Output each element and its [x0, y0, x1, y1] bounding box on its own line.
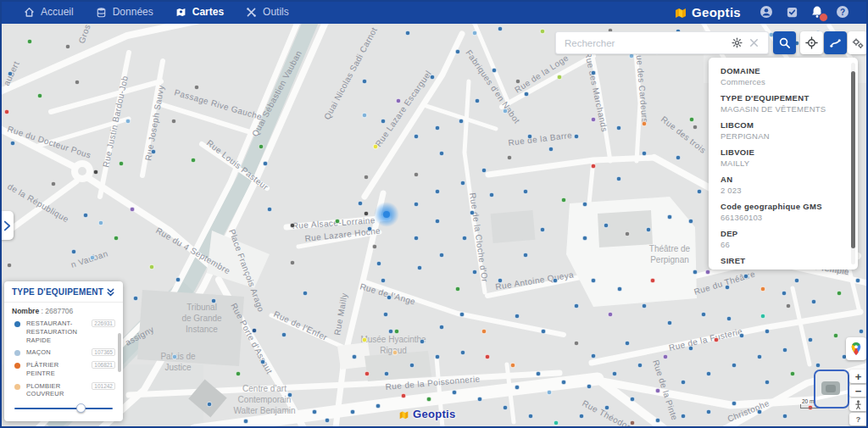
- nav-item-home[interactable]: Accueil: [24, 6, 74, 18]
- map-point[interactable]: [815, 363, 821, 368]
- nav-item-tools[interactable]: Outils: [246, 6, 289, 18]
- map-point[interactable]: [688, 346, 693, 351]
- map-point[interactable]: [376, 261, 381, 266]
- map-point[interactable]: [855, 278, 860, 283]
- map-point[interactable]: [130, 207, 135, 212]
- map-point[interactable]: [171, 119, 176, 124]
- map-point[interactable]: [455, 286, 460, 292]
- zoom-out-button[interactable]: −: [849, 385, 867, 397]
- map-point[interactable]: [701, 312, 706, 317]
- map-point[interactable]: [10, 141, 15, 146]
- map-point[interactable]: [726, 316, 732, 321]
- map-point[interactable]: [612, 371, 617, 376]
- map-point[interactable]: [364, 211, 369, 216]
- map-help-button[interactable]: ?: [849, 413, 867, 425]
- map-point[interactable]: [608, 312, 613, 317]
- map-point[interactable]: [435, 189, 440, 194]
- map-point[interactable]: [352, 354, 357, 359]
- details-scrollbar[interactable]: [851, 63, 855, 264]
- google-maps-button[interactable]: [846, 337, 866, 360]
- map-point[interactable]: [553, 278, 558, 283]
- map-point[interactable]: [528, 414, 533, 419]
- map-point[interactable]: [243, 419, 248, 424]
- map-point[interactable]: [325, 418, 330, 423]
- map-point[interactable]: [629, 53, 634, 58]
- map-point[interactable]: [236, 371, 241, 376]
- map-point[interactable]: [757, 354, 762, 359]
- map-point[interactable]: [475, 98, 480, 103]
- map-point[interactable]: [252, 328, 257, 333]
- overview-minimap[interactable]: [814, 370, 849, 409]
- map-point[interactable]: [561, 380, 566, 385]
- map-point[interactable]: [133, 296, 138, 301]
- search-button[interactable]: [773, 31, 796, 54]
- map-point[interactable]: [515, 314, 520, 319]
- map-point[interactable]: [604, 223, 609, 228]
- map-point[interactable]: [71, 249, 76, 254]
- map-point[interactable]: [625, 231, 630, 236]
- map-point[interactable]: [811, 299, 816, 304]
- map-point[interactable]: [782, 347, 787, 353]
- sidebar-expand-handle[interactable]: [0, 211, 14, 240]
- map-point[interactable]: [267, 207, 272, 212]
- map-point[interactable]: [7, 263, 12, 268]
- map-point[interactable]: [582, 202, 587, 207]
- map-point[interactable]: [401, 393, 406, 398]
- map-point[interactable]: [409, 363, 415, 368]
- map-point[interactable]: [547, 390, 552, 395]
- map-point[interactable]: [350, 409, 355, 414]
- map-point[interactable]: [459, 312, 465, 317]
- map-point[interactable]: [561, 197, 566, 203]
- map-point[interactable]: [455, 49, 460, 54]
- map-point[interactable]: [149, 264, 154, 270]
- map-point[interactable]: [688, 219, 693, 224]
- map-point[interactable]: [260, 359, 265, 364]
- map-point[interactable]: [786, 303, 791, 308]
- map-point[interactable]: [90, 255, 95, 260]
- map-point[interactable]: [8, 71, 13, 76]
- map-point[interactable]: [760, 286, 765, 292]
- legend-item[interactable]: PLÂTRIER PEINTRE 106821: [12, 361, 115, 378]
- slider-thumb[interactable]: [76, 403, 86, 413]
- map-point[interactable]: [706, 409, 711, 414]
- map-point[interactable]: [75, 80, 80, 85]
- map-point[interactable]: [394, 329, 399, 334]
- map-point[interactable]: [290, 260, 295, 265]
- map-point[interactable]: [172, 354, 177, 359]
- map-point[interactable]: [837, 291, 842, 296]
- map-point[interactable]: [472, 270, 477, 275]
- map-point[interactable]: [373, 144, 378, 149]
- map-point[interactable]: [591, 278, 596, 283]
- map-point[interactable]: [211, 298, 216, 303]
- map-point[interactable]: [364, 371, 370, 376]
- map-point[interactable]: [335, 219, 340, 224]
- map-point[interactable]: [503, 405, 508, 410]
- map-point[interactable]: [515, 79, 520, 84]
- map-point[interactable]: [372, 244, 377, 249]
- map-point[interactable]: [790, 371, 795, 376]
- map-point[interactable]: [765, 329, 770, 334]
- map-point[interactable]: [604, 405, 609, 410]
- map-point[interactable]: [125, 119, 131, 124]
- map-point[interactable]: [362, 79, 367, 84]
- pegman-button[interactable]: [849, 398, 867, 411]
- map-point[interactable]: [681, 380, 686, 385]
- map-point[interactable]: [364, 175, 369, 180]
- map-point[interactable]: [574, 134, 579, 139]
- map-point[interactable]: [630, 420, 635, 425]
- map-point[interactable]: [98, 220, 103, 225]
- map-point[interactable]: [548, 147, 554, 152]
- locate-button[interactable]: [800, 31, 823, 54]
- map-point[interactable]: [477, 397, 482, 402]
- search-settings-gear-icon[interactable]: [731, 36, 743, 49]
- map-point[interactable]: [414, 134, 419, 139]
- map-point[interactable]: [794, 278, 799, 283]
- map-point[interactable]: [381, 278, 386, 283]
- map-point[interactable]: [426, 397, 431, 402]
- map-point[interactable]: [655, 418, 660, 423]
- map-point[interactable]: [93, 170, 98, 175]
- map-point[interactable]: [498, 278, 503, 283]
- map-point[interactable]: [681, 414, 686, 419]
- map-point[interactable]: [414, 202, 419, 207]
- map-point[interactable]: [642, 151, 647, 156]
